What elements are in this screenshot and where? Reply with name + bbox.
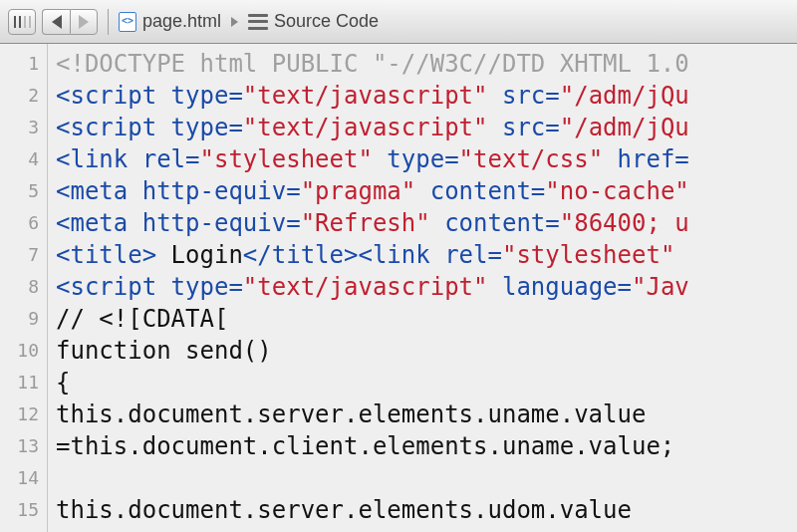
code-token: src= <box>502 114 560 141</box>
line-number: 14 <box>0 462 39 494</box>
toolbar-separator <box>108 9 109 35</box>
line-number: 1 <box>0 48 39 80</box>
code-token: // <![CDATA[ <box>56 305 228 333</box>
line-number: 6 <box>0 207 39 239</box>
code-token: type= <box>171 82 243 110</box>
code-line[interactable]: this.document.server.elements.uname.valu… <box>56 399 797 430</box>
code-token: http-equiv= <box>142 209 301 237</box>
code-token: <script <box>56 114 156 141</box>
code-editor[interactable]: 123456789101112131415 <!DOCTYPE html PUB… <box>0 44 797 532</box>
code-token: <title> <box>56 241 156 269</box>
breadcrumb-section-label: Source Code <box>274 11 379 32</box>
line-number: 3 <box>0 112 39 143</box>
code-token <box>128 209 141 237</box>
code-line[interactable]: function send() <box>56 335 797 367</box>
code-token: =this.document.client.elements.uname.val… <box>56 432 674 460</box>
code-token: type= <box>171 273 243 301</box>
breadcrumb-file-label: page.html <box>142 11 221 32</box>
code-token: "pragma" <box>301 177 416 205</box>
code-token <box>128 177 141 205</box>
code-token: "no-cache" <box>545 177 689 205</box>
line-number: 8 <box>0 271 39 303</box>
code-token <box>156 273 170 301</box>
code-token: <script <box>56 273 156 301</box>
code-token <box>674 241 688 269</box>
code-token <box>430 241 444 269</box>
line-number: 5 <box>0 175 39 207</box>
code-token: "86400; u <box>560 209 689 237</box>
code-token: content= <box>444 209 560 237</box>
line-number: 7 <box>0 239 39 271</box>
code-token: "/adm/jQu <box>560 82 689 110</box>
code-area[interactable]: <!DOCTYPE html PUBLIC "-//W3C//DTD XHTML… <box>48 44 797 532</box>
code-line[interactable]: <meta http-equiv="Refresh" content="8640… <box>56 207 797 239</box>
code-line[interactable]: // <![CDATA[ <box>56 303 797 335</box>
toolbar: page.html Source Code <box>0 0 797 44</box>
code-token: function send() <box>56 337 272 365</box>
code-token <box>488 82 502 110</box>
code-token: <meta <box>56 177 128 205</box>
chevron-right-icon <box>231 17 238 27</box>
line-gutter: 123456789101112131415 <box>0 44 48 532</box>
line-number: 4 <box>0 143 39 175</box>
line-number: 12 <box>0 399 39 430</box>
code-token <box>430 209 444 237</box>
code-line[interactable]: <!DOCTYPE html PUBLIC "-//W3C//DTD XHTML… <box>56 48 797 80</box>
code-token: this.document.server.elements.udom.value <box>56 496 632 524</box>
line-number: 9 <box>0 303 39 335</box>
code-token: "stylesheet" <box>200 145 373 173</box>
code-line[interactable]: <link rel="stylesheet" type="text/css" h… <box>56 143 797 175</box>
code-token: <link <box>56 145 128 173</box>
history-back-button[interactable] <box>42 9 70 35</box>
code-line[interactable]: <script type="text/javascript" language=… <box>56 271 797 303</box>
code-token: </title> <box>243 241 359 269</box>
code-token <box>415 177 429 205</box>
code-token: <!DOCTYPE html PUBLIC "-//W3C//DTD XHTML… <box>56 50 689 78</box>
code-token: <meta <box>56 209 128 237</box>
code-token: type= <box>387 145 458 173</box>
code-token: content= <box>430 177 546 205</box>
chevron-left-icon <box>52 15 62 29</box>
code-token: this.document.server.elements.uname.valu… <box>56 400 646 428</box>
code-token: "text/javascript" <box>243 82 488 110</box>
toggle-panel-button[interactable] <box>8 9 36 35</box>
code-token <box>128 145 141 173</box>
code-line[interactable]: { <box>56 367 797 399</box>
code-line[interactable]: this.document.server.elements.udom.value <box>56 494 797 526</box>
code-token: "Jav <box>632 273 689 301</box>
code-token: rel= <box>142 145 200 173</box>
code-line[interactable]: <title> Login</title><link rel="styleshe… <box>56 239 797 271</box>
code-token <box>156 82 170 110</box>
code-token: http-equiv= <box>142 177 301 205</box>
code-line[interactable] <box>56 462 797 494</box>
line-number: 10 <box>0 335 39 367</box>
code-token: "Refresh" <box>301 209 430 237</box>
breadcrumb: page.html Source Code <box>119 11 379 32</box>
code-token: <script <box>56 82 156 110</box>
code-token: <link <box>358 241 429 269</box>
line-number: 13 <box>0 430 39 462</box>
code-token <box>373 145 387 173</box>
code-token: "stylesheet" <box>502 241 674 269</box>
code-line[interactable]: =this.document.client.elements.uname.val… <box>56 430 797 462</box>
file-html-icon <box>119 12 136 32</box>
chevron-right-icon <box>79 15 89 29</box>
breadcrumb-item-file[interactable]: page.html <box>119 11 221 32</box>
code-line[interactable]: <script type="text/javascript" src="/adm… <box>56 112 797 143</box>
code-token <box>603 145 617 173</box>
code-token: language= <box>502 273 632 301</box>
code-token <box>488 273 502 301</box>
history-forward-button[interactable] <box>70 9 98 35</box>
code-token: type= <box>171 114 243 141</box>
line-number: 2 <box>0 80 39 112</box>
history-nav <box>42 9 98 35</box>
code-token: "text/javascript" <box>243 273 488 301</box>
panel-toggle-icon <box>14 16 31 28</box>
code-token: Login <box>156 241 243 269</box>
breadcrumb-item-section[interactable]: Source Code <box>248 11 379 32</box>
code-token: src= <box>502 82 560 110</box>
code-line[interactable]: <script type="text/javascript" src="/adm… <box>56 80 797 112</box>
line-number: 11 <box>0 367 39 399</box>
code-token: { <box>56 369 70 397</box>
code-line[interactable]: <meta http-equiv="pragma" content="no-ca… <box>56 175 797 207</box>
